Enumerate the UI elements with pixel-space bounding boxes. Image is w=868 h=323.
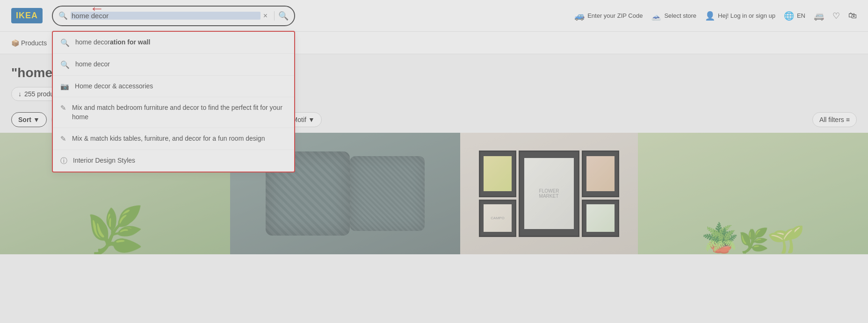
results-icon: ↓ xyxy=(18,90,22,98)
frame-item: FLOWERMARKET xyxy=(519,151,579,237)
plants-image-2: 🌿 xyxy=(740,227,769,254)
login-item[interactable]: 👤 Hej! Log in or sign up xyxy=(705,11,775,21)
language-item[interactable]: 🌐 EN xyxy=(784,11,805,21)
language-label: EN xyxy=(797,12,805,19)
search-clear-button[interactable]: × xyxy=(260,12,270,20)
select-store-label: Select store xyxy=(664,12,696,19)
enter-zip-label: Enter your ZIP Code xyxy=(587,12,643,19)
truck-icon: 🚐 xyxy=(814,11,824,21)
product-image-plants-row[interactable]: 🪴 🌿 🌱 xyxy=(638,133,868,254)
autocomplete-item-home-decor[interactable]: 🔍 home decor xyxy=(53,54,294,76)
person-icon: 👤 xyxy=(705,11,715,21)
frames-grid: FLOWERMARKET CAMPO xyxy=(479,151,619,237)
autocomplete-text: Interior Design Styles xyxy=(73,156,135,165)
plants-image-3: 🌱 xyxy=(773,224,805,254)
product-image-frames[interactable]: FLOWERMARKET CAMPO xyxy=(460,133,638,254)
edit-icon: ✎ xyxy=(60,135,66,143)
autocomplete-dropdown: 🔍 home decoration for wall 🔍 home decor … xyxy=(52,31,295,172)
header: IKEA ← 🔍 × 🔍 🔍 home decoration for wall xyxy=(0,0,868,32)
sort-label: Sort xyxy=(18,116,31,123)
login-label: Hej! Log in or sign up xyxy=(718,12,775,19)
chevron-down-icon: ▼ xyxy=(33,116,40,123)
autocomplete-text: home decoration for wall xyxy=(75,38,150,47)
truck-icon-item[interactable]: 🚐 xyxy=(814,11,824,21)
frame-item xyxy=(582,151,619,197)
store-icon: 🗻 xyxy=(651,11,661,21)
filter-label: All filters xyxy=(819,116,844,123)
autocomplete-item-mix-match-kids[interactable]: ✎ Mix & match kids tables, furniture, an… xyxy=(53,128,294,150)
sort-button[interactable]: Sort ▼ xyxy=(11,112,47,127)
ikea-logo[interactable]: IKEA xyxy=(11,8,43,23)
autocomplete-item-interior-design-styles[interactable]: ⓘ Interior Design Styles xyxy=(53,150,294,172)
autocomplete-text: Home decor & accessories xyxy=(75,82,153,91)
chevron-down-icon: ▼ xyxy=(308,116,315,123)
select-store-item[interactable]: 🗻 Select store xyxy=(651,11,696,21)
info-icon: ⓘ xyxy=(60,157,67,165)
nav-item-products[interactable]: 📦 Products xyxy=(11,33,47,53)
annotation-arrow: ← xyxy=(89,1,104,18)
autocomplete-item-home-decor-accessories[interactable]: 📷 Home decor & accessories xyxy=(53,76,294,98)
autocomplete-text: home decor xyxy=(75,60,110,69)
globe-icon: 🌐 xyxy=(784,11,794,21)
frame-item: CAMPO xyxy=(479,200,516,237)
search-icon: 🔍 xyxy=(60,60,70,69)
header-right: 🚙 Enter your ZIP Code 🗻 Select store 👤 H… xyxy=(574,11,857,21)
enter-zip-item[interactable]: 🚙 Enter your ZIP Code xyxy=(574,11,643,21)
category-icon: 📷 xyxy=(60,82,69,91)
search-icon: 🔍 xyxy=(58,11,68,20)
heart-icon: ♡ xyxy=(832,11,840,21)
frame-item xyxy=(479,151,516,197)
autocomplete-item-home-decoration-wall[interactable]: 🔍 home decoration for wall xyxy=(53,32,294,54)
search-box: 🔍 × 🔍 xyxy=(52,6,295,26)
plants-image: 🪴 xyxy=(701,221,736,254)
search-submit-button[interactable]: 🔍 xyxy=(278,11,289,21)
filter-all-filters-button[interactable]: All filters ≡ xyxy=(812,112,857,127)
frame-item xyxy=(582,200,619,237)
all-filters-icon: ≡ xyxy=(846,116,850,123)
plant-image: 🌿 xyxy=(86,204,145,254)
edit-icon: ✎ xyxy=(60,104,66,112)
results-count: 255 produ xyxy=(24,90,54,98)
search-icon: 🔍 xyxy=(60,38,70,47)
autocomplete-item-mix-match-bedroom[interactable]: ✎ Mix and match bedroom furniture and de… xyxy=(53,97,294,128)
cart-item[interactable]: 🛍 xyxy=(848,11,857,21)
nav-item-label: 📦 Products xyxy=(11,39,47,47)
delivery-icon: 🚙 xyxy=(574,11,585,21)
search-wrapper: ← 🔍 × 🔍 🔍 home decoration for wall 🔍 hom… xyxy=(52,6,295,26)
wishlist-item[interactable]: ♡ xyxy=(832,11,840,21)
autocomplete-text: Mix and match bedroom furniture and deco… xyxy=(72,103,287,122)
autocomplete-text: Mix & match kids tables, furniture, and … xyxy=(72,134,265,144)
cart-icon: 🛍 xyxy=(848,11,857,21)
search-divider xyxy=(274,11,275,21)
